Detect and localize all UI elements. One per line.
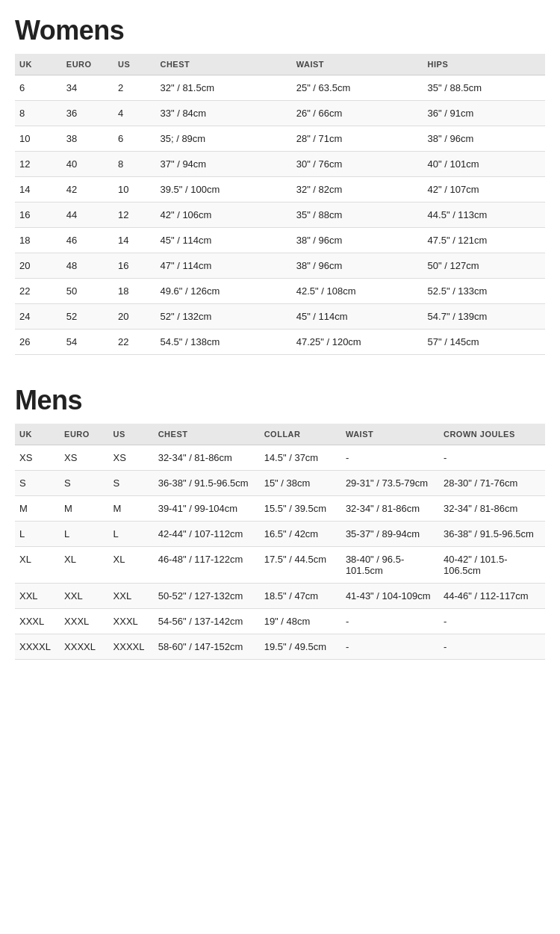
table-cell: 32" / 82cm	[292, 177, 423, 202]
table-cell: XXXL	[109, 609, 154, 634]
table-cell: 19.5" / 49.5cm	[260, 634, 341, 660]
table-cell: 50-52" / 127-132cm	[154, 584, 260, 609]
table-cell: 58-60" / 147-152cm	[154, 634, 260, 660]
table-cell: 36" / 91cm	[423, 101, 545, 126]
mens-col-uk: UK	[15, 424, 60, 445]
table-cell: 6	[113, 126, 156, 152]
table-cell: 54.7" / 139cm	[423, 304, 545, 330]
table-cell: 18	[15, 228, 62, 253]
table-cell: 26" / 66cm	[292, 101, 423, 126]
womens-col-chest: CHEST	[155, 54, 291, 75]
table-row: 24522052" / 132cm45" / 114cm54.7" / 139c…	[15, 304, 545, 330]
table-cell: 42.5" / 108cm	[292, 279, 423, 304]
table-cell: S	[60, 471, 109, 496]
table-cell: XXXL	[60, 609, 109, 634]
table-cell: -	[341, 634, 439, 660]
table-cell: 42-44" / 107-112cm	[154, 522, 260, 547]
mens-col-collar: COLLAR	[260, 424, 341, 445]
table-cell: 20	[113, 304, 156, 330]
mens-col-euro: EURO	[60, 424, 109, 445]
table-cell: 35" / 88cm	[292, 202, 423, 228]
table-cell: 16	[113, 253, 156, 279]
table-cell: 24	[15, 304, 62, 330]
table-row: SSS36-38" / 91.5-96.5cm15" / 38cm29-31" …	[15, 471, 545, 496]
womens-table-body: 634232" / 81.5cm25" / 63.5cm35" / 88.5cm…	[15, 75, 545, 355]
table-cell: 42" / 107cm	[423, 177, 545, 202]
table-cell: 45" / 114cm	[292, 304, 423, 330]
table-cell: 29-31" / 73.5-79cm	[341, 471, 439, 496]
table-cell: XS	[15, 445, 60, 471]
table-cell: -	[439, 634, 545, 660]
table-cell: 18.5" / 47cm	[260, 584, 341, 609]
table-cell: 14	[113, 228, 156, 253]
table-cell: 40" / 101cm	[423, 152, 545, 177]
table-cell: 25" / 63.5cm	[292, 75, 423, 101]
table-cell: 52.5" / 133cm	[423, 279, 545, 304]
table-cell: 28-30" / 71-76cm	[439, 471, 545, 496]
table-cell: 41-43" / 104-109cm	[341, 584, 439, 609]
table-cell: 44.5" / 113cm	[423, 202, 545, 228]
table-cell: L	[109, 522, 154, 547]
table-cell: 14.5" / 37cm	[260, 445, 341, 471]
table-row: 20481647" / 114cm38" / 96cm50" / 127cm	[15, 253, 545, 279]
table-cell: 48	[62, 253, 113, 279]
womens-col-euro: EURO	[62, 54, 113, 75]
table-cell: 47" / 114cm	[155, 253, 291, 279]
table-cell: 16	[15, 202, 62, 228]
table-cell: 32-34" / 81-86cm	[341, 496, 439, 522]
table-cell: 34	[62, 75, 113, 101]
table-cell: 44	[62, 202, 113, 228]
table-cell: M	[60, 496, 109, 522]
table-cell: 36-38" / 91.5-96.5cm	[439, 522, 545, 547]
table-cell: 40	[62, 152, 113, 177]
table-cell: 36-38" / 91.5-96.5cm	[154, 471, 260, 496]
table-cell: 18	[113, 279, 156, 304]
table-cell: 49.6" / 126cm	[155, 279, 291, 304]
table-cell: 54.5" / 138cm	[155, 330, 291, 355]
table-cell: 47.5" / 121cm	[423, 228, 545, 253]
table-cell: 38	[62, 126, 113, 152]
table-cell: 38" / 96cm	[423, 126, 545, 152]
table-cell: 32-34" / 81-86cm	[154, 445, 260, 471]
womens-table: UK EURO US CHEST WAIST HIPS 634232" / 81…	[15, 54, 545, 355]
table-row: 14421039.5" / 100cm32" / 82cm42" / 107cm	[15, 177, 545, 202]
table-cell: 47.25" / 120cm	[292, 330, 423, 355]
table-row: LLL42-44" / 107-112cm16.5" / 42cm35-37" …	[15, 522, 545, 547]
table-cell: XL	[109, 547, 154, 584]
table-cell: 38" / 96cm	[292, 228, 423, 253]
table-cell: 38-40" / 96.5-101.5cm	[341, 547, 439, 584]
table-cell: XXL	[15, 584, 60, 609]
table-cell: 12	[15, 152, 62, 177]
table-cell: 16.5" / 42cm	[260, 522, 341, 547]
table-row: 1240837" / 94cm30" / 76cm40" / 101cm	[15, 152, 545, 177]
mens-title: Mens	[15, 385, 545, 416]
table-cell: 22	[15, 279, 62, 304]
womens-title: Womens	[15, 15, 545, 46]
table-cell: 14	[15, 177, 62, 202]
table-cell: 39.5" / 100cm	[155, 177, 291, 202]
womens-col-uk: UK	[15, 54, 62, 75]
table-cell: -	[439, 445, 545, 471]
table-cell: 10	[15, 126, 62, 152]
table-cell: 19" / 48cm	[260, 609, 341, 634]
table-cell: 35" / 88.5cm	[423, 75, 545, 101]
table-cell: -	[341, 609, 439, 634]
table-cell: XXXXL	[15, 634, 60, 660]
table-row: XXXLXXXLXXXL54-56" / 137-142cm19" / 48cm…	[15, 609, 545, 634]
table-row: 22501849.6" / 126cm42.5" / 108cm52.5" / …	[15, 279, 545, 304]
table-cell: -	[341, 445, 439, 471]
mens-table: UK EURO US CHEST COLLAR WAIST CROWN JOUL…	[15, 424, 545, 660]
womens-col-waist: WAIST	[292, 54, 423, 75]
table-cell: M	[109, 496, 154, 522]
table-cell: 30" / 76cm	[292, 152, 423, 177]
mens-col-us: US	[109, 424, 154, 445]
table-cell: S	[109, 471, 154, 496]
table-cell: 40-42" / 101.5-106.5cm	[439, 547, 545, 584]
table-row: 16441242" / 106cm35" / 88cm44.5" / 113cm	[15, 202, 545, 228]
table-cell: 32" / 81.5cm	[155, 75, 291, 101]
table-cell: 42	[62, 177, 113, 202]
table-cell: 33" / 84cm	[155, 101, 291, 126]
table-cell: 26	[15, 330, 62, 355]
table-cell: 4	[113, 101, 156, 126]
table-cell: L	[60, 522, 109, 547]
